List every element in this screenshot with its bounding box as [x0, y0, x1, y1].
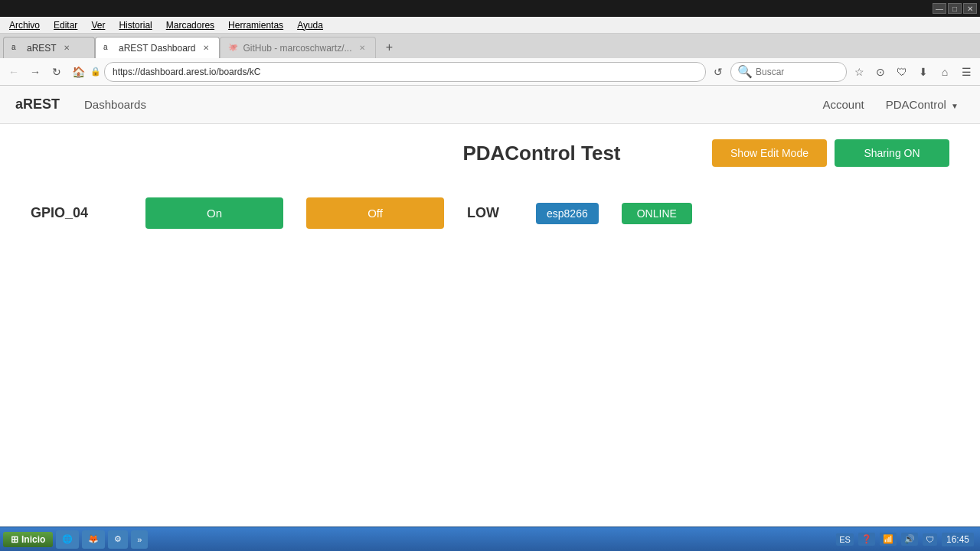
page-header: PDAControl Test Show Edit Mode Sharing O… — [31, 139, 949, 167]
search-box[interactable]: 🔍 — [730, 62, 847, 82]
menu-marcadores[interactable]: Marcadores — [160, 18, 220, 32]
minimize-btn[interactable]: — — [933, 3, 946, 14]
reload-btn[interactable]: ↻ — [47, 63, 66, 81]
taskbar-firefox-btn[interactable]: 🦊 — [82, 530, 105, 549]
start-icon: ⊞ — [11, 534, 18, 545]
home-icon[interactable]: ⌂ — [936, 63, 954, 81]
gpio-off-button[interactable]: Off — [306, 197, 444, 229]
tab-close-2[interactable]: ✕ — [201, 43, 211, 53]
menu-ver[interactable]: Ver — [85, 18, 111, 32]
menu-herramientas[interactable]: Herramientas — [222, 18, 289, 32]
tab-close-3[interactable]: ✕ — [357, 43, 368, 53]
taskbar-settings-btn[interactable]: ⚙ — [108, 530, 128, 549]
nav-pdacontrol-dropdown[interactable]: PDAControl ▼ — [880, 95, 965, 114]
address-bar: ← → ↻ 🏠 🔒 ↺ 🔍 ☆ ⊙ 🛡 ⬇ ⌂ ☰ — [0, 58, 980, 86]
clock: 16:45 — [942, 533, 974, 546]
gpio-on-button[interactable]: On — [145, 197, 283, 229]
device-badge: esp8266 — [536, 203, 599, 224]
tab-github[interactable]: 🐙 GitHub - marcoschwartz/... ✕ — [220, 37, 376, 58]
menu-editar[interactable]: Editar — [47, 18, 83, 32]
tab-favicon-1: a — [11, 43, 22, 54]
tab-new-btn[interactable]: + — [379, 37, 400, 58]
tab-label-1: aREST — [27, 43, 57, 54]
reader-icon[interactable]: ⊙ — [871, 63, 890, 81]
more-icon: » — [137, 535, 142, 544]
download-icon[interactable]: ⬇ — [914, 63, 933, 81]
tab-favicon-2: a — [103, 43, 114, 54]
language-indicator: ES — [836, 533, 854, 546]
start-button[interactable]: ⊞ Inicio — [3, 532, 53, 547]
forward-btn[interactable]: → — [26, 63, 44, 81]
menu-icon[interactable]: ☰ — [957, 63, 975, 81]
nav-account[interactable]: Account — [817, 95, 871, 114]
help-indicator: ❓ — [858, 533, 875, 546]
taskbar-browser-btn[interactable]: 🌐 — [56, 530, 79, 549]
maximize-btn[interactable]: □ — [948, 3, 962, 14]
gear-icon: ⚙ — [114, 534, 122, 544]
bookmark-icon[interactable]: ☆ — [850, 63, 868, 81]
app-navbar: aREST Dashboards Account PDAControl ▼ — [0, 86, 980, 124]
tab-label-2: aREST Dashboard — [119, 43, 196, 54]
tab-bar: a aREST ✕ a aREST Dashboard ✕ 🐙 GitHub -… — [0, 34, 980, 58]
os-titlebar: — □ ✕ — [0, 0, 980, 17]
taskbar-more-btn[interactable]: » — [131, 530, 148, 549]
menu-historial[interactable]: Historial — [113, 18, 158, 32]
speaker-indicator: 🔊 — [901, 533, 918, 546]
gpio-row: GPIO_04 On Off LOW esp8266 ONLINE — [31, 190, 949, 236]
sharing-button[interactable]: Sharing ON — [835, 139, 949, 167]
gpio-label: GPIO_04 — [31, 205, 122, 221]
menu-ayuda[interactable]: Ayuda — [291, 18, 329, 32]
lock-icon: 🔒 — [90, 67, 101, 77]
toolbar-icons: ☆ ⊙ 🛡 ⬇ ⌂ ☰ — [850, 63, 975, 81]
search-input[interactable] — [756, 67, 840, 77]
app-nav-right: Account PDAControl ▼ — [817, 95, 965, 114]
gpio-status: LOW — [467, 205, 513, 221]
close-btn[interactable]: ✕ — [963, 3, 977, 14]
main-content: PDAControl Test Show Edit Mode Sharing O… — [0, 124, 980, 252]
header-buttons: Show Edit Mode Sharing ON — [712, 139, 949, 167]
back-btn[interactable]: ← — [5, 63, 23, 81]
app-brand[interactable]: aREST — [15, 96, 60, 112]
tab-favicon-3: 🐙 — [228, 43, 239, 54]
search-icon: 🔍 — [737, 64, 753, 79]
taskbar-right: ES ❓ 📶 🔊 🛡 16:45 — [836, 533, 977, 546]
tab-arest[interactable]: a aREST ✕ — [3, 37, 95, 58]
online-badge: ONLINE — [622, 203, 692, 224]
network-indicator: 📶 — [880, 533, 897, 546]
address-input[interactable] — [104, 62, 706, 82]
tab-arest-dashboard[interactable]: a aREST Dashboard ✕ — [95, 37, 220, 58]
page-title: PDAControl Test — [371, 142, 712, 165]
taskbar: ⊞ Inicio 🌐 🦊 ⚙ » ES ❓ 📶 🔊 🛡 16:45 — [0, 527, 980, 551]
edit-mode-button[interactable]: Show Edit Mode — [712, 139, 827, 167]
shield-icon[interactable]: 🛡 — [893, 63, 911, 81]
refresh-btn[interactable]: ↺ — [709, 63, 727, 81]
menu-bar: Archivo Editar Ver Historial Marcadores … — [0, 17, 980, 34]
start-label: Inicio — [21, 534, 45, 545]
chevron-down-icon: ▼ — [951, 102, 959, 110]
pdacontrol-label: PDAControl — [886, 98, 946, 111]
firefox-icon: 🦊 — [88, 534, 99, 544]
tab-label-3: GitHub - marcoschwartz/... — [243, 43, 352, 54]
nav-dashboards[interactable]: Dashboards — [78, 95, 152, 114]
home-btn[interactable]: 🏠 — [69, 63, 87, 81]
tab-close-1[interactable]: ✕ — [61, 43, 72, 53]
browser-icon: 🌐 — [62, 534, 73, 544]
menu-archivo[interactable]: Archivo — [3, 18, 46, 32]
shield-taskbar-icon: 🛡 — [923, 533, 937, 546]
